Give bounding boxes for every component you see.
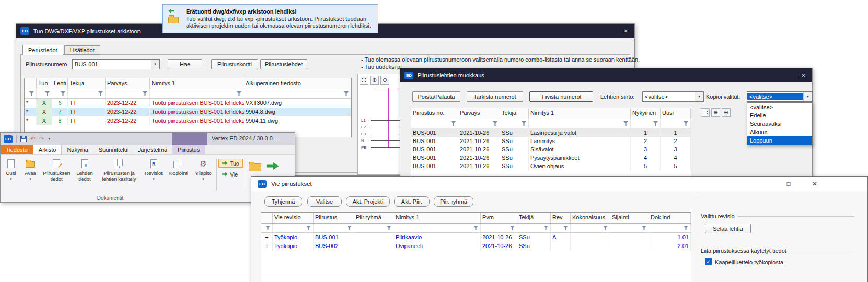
selection-rect-icon[interactable] (701, 108, 710, 117)
table-row-selected[interactable]: BUS-001 2021-10-26 SSu Lasinpesu ja valo… (411, 128, 691, 137)
zoom-out-icon[interactable]: ⊖ (380, 76, 389, 85)
ribbon-kasittely-button[interactable]: Piirustusten jalehtien käsittely (97, 156, 142, 193)
table-row[interactable]: BUS-001 2021-10-26 SSu Sisävalot 3 3 (411, 145, 691, 154)
filter-icon[interactable] (143, 91, 147, 96)
tyhjenna-button[interactable]: Tyhjennä (264, 196, 302, 207)
table-row[interactable]: * X 8 TT 2023-12-22 Tuotu piirustuksen B… (25, 116, 351, 125)
ribbon-uusi-button[interactable]: Uusi▾ (2, 156, 20, 193)
chevron-down-icon[interactable]: ▾ (151, 60, 159, 69)
table-row[interactable]: BUS-001 2021-10-26 SSu Lämmitys 2 2 (411, 137, 691, 145)
close-icon[interactable]: ✕ (622, 28, 630, 34)
filter-icon[interactable] (98, 91, 103, 96)
filter-icon[interactable] (387, 226, 391, 230)
column-header[interactable]: Tekijä (500, 108, 529, 119)
ribbon-vie-button[interactable]: Vie (218, 170, 243, 179)
column-header[interactable]: Sijainti (610, 213, 649, 223)
column-header[interactable]: Pvm (481, 213, 517, 223)
zoom-out-icon[interactable]: ⊖ (722, 108, 731, 117)
table-row[interactable]: BUS-001 2021-10-26 SSu Ovien ohjaus 5 5 (411, 162, 691, 170)
close-icon[interactable]: ✕ (806, 179, 823, 189)
tarkista-numerot-button[interactable]: Tarkista numerot (467, 91, 523, 102)
ribbon-yllapito-button[interactable]: ⚙ Ylläpito▾ (192, 156, 215, 193)
filter-icon[interactable] (522, 121, 526, 126)
filter-icon[interactable] (237, 91, 241, 96)
app-badge[interactable]: ED (4, 135, 13, 143)
undo-icon[interactable]: ↶ (30, 136, 36, 142)
zoom-in-icon[interactable]: ⊕ (711, 108, 720, 117)
zoom-in-icon[interactable]: ⊕ (370, 76, 379, 85)
column-header-marker[interactable] (261, 213, 273, 223)
selection-rect-icon[interactable] (360, 76, 368, 85)
column-header[interactable]: Kokonaisuus (571, 213, 610, 223)
column-header[interactable]: Nimitys 1 (529, 108, 631, 119)
column-header[interactable]: Vie revisio (273, 213, 314, 223)
filter-icon[interactable] (61, 91, 65, 96)
menu-tiedosto[interactable]: Tiedosto (1, 145, 33, 154)
table-row-selected[interactable]: * X 7 TT 2023-12-22 Tuotu piirustuksen B… (25, 108, 351, 116)
filter-icon[interactable] (306, 226, 311, 230)
redo-icon[interactable]: ↷ (39, 136, 44, 142)
checked-checkbox-icon[interactable]: ✓ (705, 258, 712, 265)
ribbon-tuo-button[interactable]: Tuo (218, 159, 243, 168)
poista-palauta-button[interactable]: Poista/Palauta (412, 91, 460, 102)
dropdown-item[interactable]: Alkuun (747, 128, 812, 136)
filter-icon[interactable] (347, 226, 352, 230)
table-row[interactable]: * X 6 TT 2023-12-22 Tuotu piirustuksen B… (25, 99, 351, 108)
column-header[interactable]: Tekijä (517, 213, 551, 223)
filter-icon[interactable] (510, 226, 515, 230)
filter-icon[interactable] (451, 121, 456, 126)
column-header[interactable]: Tuo (37, 78, 52, 89)
column-header[interactable]: Päiväys (106, 78, 150, 89)
akt-projekti-button[interactable]: Akt. Projekti (346, 196, 390, 207)
selaa-lehtia-button[interactable]: Selaa lehtiä (705, 224, 751, 233)
valitse-button[interactable]: Valitse (307, 196, 342, 207)
kopioi-valitut-combo[interactable]: <valitse> ▾ (747, 91, 813, 102)
filter-icon[interactable] (543, 226, 548, 230)
sheet-edit-titlebar[interactable]: ED Piirustuslehtien muokkaus ✕ (400, 68, 812, 82)
chevron-down-icon[interactable]: ▾ (803, 92, 812, 101)
tab-perustiedot[interactable]: Perustiedot (22, 45, 63, 55)
column-header[interactable]: Rev. (551, 213, 571, 223)
ribbon-lehden-tiedot-button[interactable]: Lehdentiedot (73, 156, 97, 193)
filter-icon[interactable] (684, 121, 688, 126)
filter-icon[interactable] (473, 226, 478, 230)
hae-button[interactable]: Hae (168, 59, 202, 69)
filter-icon[interactable] (642, 226, 646, 230)
menu-nakyma[interactable]: Näkymä (62, 145, 93, 154)
archive-folder-icon[interactable] (249, 163, 261, 171)
filter-icon[interactable] (653, 121, 658, 126)
filter-icon[interactable] (45, 91, 50, 96)
column-header[interactable]: Piirustus (314, 213, 354, 223)
akt-piir-button[interactable]: Akt. Piir. (394, 196, 430, 207)
column-header[interactable]: Nimitys 1 (394, 213, 481, 223)
ribbon-kopiointi-button[interactable]: Kopiointi (166, 156, 192, 193)
column-header[interactable]: Piirustus no. (411, 108, 458, 119)
column-header[interactable]: Tekijä (68, 78, 106, 89)
column-header[interactable]: Nimitys 1 (150, 78, 244, 89)
filter-icon[interactable] (493, 121, 497, 126)
export-big-arrow-icon[interactable] (267, 161, 279, 171)
column-header[interactable]: Lehti (52, 78, 68, 89)
menu-arkisto[interactable]: Arkisto (33, 145, 62, 154)
piirustusnumero-combo[interactable]: BUS-001 ▾ (72, 59, 160, 69)
piir-ryhma-button[interactable]: Piir. ryhmä (434, 196, 473, 207)
piirustuslehdet-button[interactable]: Piirustuslehdet (260, 59, 307, 69)
filter-icon[interactable] (684, 226, 688, 230)
column-header[interactable]: Dok.ind (649, 213, 691, 223)
tab-lisatiedot[interactable]: Lisätiedot (64, 45, 100, 55)
column-header[interactable]: Uusi (661, 108, 691, 119)
maximize-icon[interactable]: □ (780, 179, 797, 189)
filter-icon[interactable] (563, 226, 568, 230)
column-header[interactable]: Päiväys (458, 108, 500, 119)
piirustuskortti-button[interactable]: Piirustuskortti (211, 59, 258, 69)
table-row[interactable]: + Työkopio BUS-001 Piirikaavio 2021-10-2… (261, 233, 691, 242)
column-header[interactable]: Piir.ryhmä (354, 213, 394, 223)
ribbon-revisiot-button[interactable]: R Revisiot▾ (142, 156, 166, 193)
table-row[interactable]: BUS-001 2021-10-26 SSu Pysäytyspainikkee… (411, 154, 691, 162)
table-row[interactable]: + Työkopio BUS-002 Ovipaneeli 2021-10-26… (261, 242, 691, 251)
lehtien-siirto-combo[interactable]: <valitse> ▾ (642, 91, 704, 102)
save-icon[interactable] (20, 136, 27, 142)
dropdown-item-selected[interactable]: Loppuun (747, 136, 812, 145)
ribbon-piirustuksen-tiedot-button[interactable]: Piirustuksentiedot (40, 156, 73, 193)
dropdown-item[interactable]: Seuraavaksi (747, 120, 812, 128)
